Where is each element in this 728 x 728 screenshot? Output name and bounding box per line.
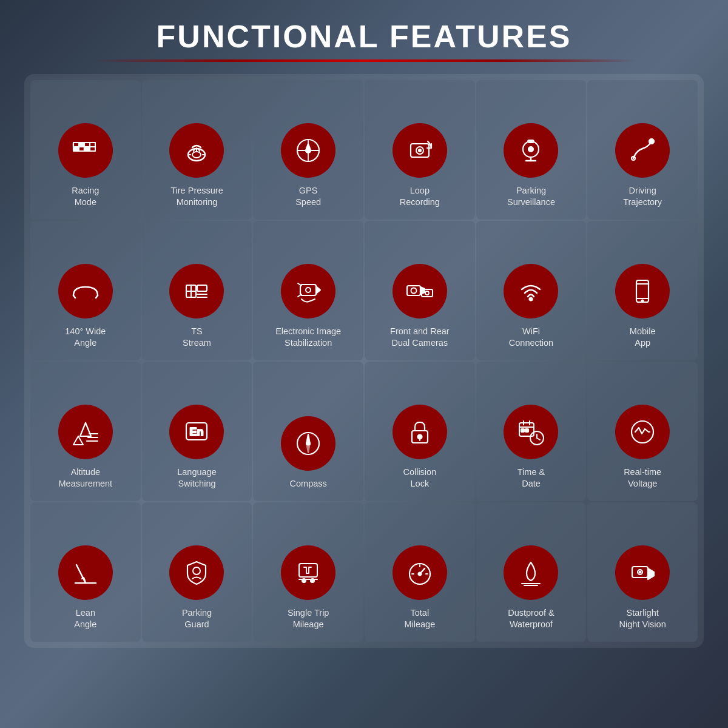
svg-point-42 (411, 288, 416, 293)
wifi-label: WiFiConnection (509, 326, 553, 349)
features-grid: RacingModeTire PressureMonitoringGPSSpee… (30, 80, 698, 642)
svg-point-10 (192, 152, 201, 158)
racing-mode-icon (58, 123, 113, 178)
svg-point-26 (649, 139, 654, 144)
feature-dual-cameras: Front and RearDual Cameras (365, 221, 475, 360)
lean-angle-label: LeanAngle (74, 607, 96, 631)
wide-angle-label: 140° WideAngle (65, 326, 106, 349)
feature-wide-angle: 140° WideAngle (30, 221, 141, 360)
feature-altitude: AltitudeMeasurement (30, 362, 141, 501)
feature-tire-pressure: Tire PressureMonitoring (142, 80, 252, 220)
collision-lock-label: CollisionLock (403, 467, 436, 490)
loop-recording-label: LoopRecording (400, 185, 440, 209)
night-vision-icon (615, 545, 670, 600)
svg-marker-91 (648, 568, 654, 579)
eis-icon (281, 264, 335, 318)
svg-line-73 (537, 438, 540, 440)
svg-marker-52 (73, 436, 83, 445)
feature-dustproof: Dustproof &Waterproof (476, 502, 587, 642)
parking-guard-icon (169, 545, 224, 600)
dual-cameras-label: Front and RearDual Cameras (390, 326, 450, 349)
svg-point-38 (306, 288, 311, 292)
feature-time-date: Time &Date (476, 362, 587, 501)
total-mileage-label: TotalMileage (404, 607, 435, 631)
ts-stream-label: TSStream (183, 326, 211, 349)
feature-language: EnLanguageSwitching (142, 362, 252, 501)
voltage-label: Real-timeVoltage (624, 467, 661, 490)
driving-trajectory-icon (615, 123, 670, 178)
time-date-label: Time &Date (517, 467, 545, 490)
tire-pressure-icon (169, 123, 224, 178)
feature-compass: Compass (253, 362, 363, 501)
header-underline (92, 59, 636, 62)
svg-point-46 (530, 297, 533, 300)
features-grid-container: RacingModeTire PressureMonitoringGPSSpee… (24, 74, 704, 648)
compass-icon (281, 416, 335, 471)
svg-point-61 (307, 442, 310, 445)
loop-recording-icon (393, 123, 447, 178)
gps-speed-icon (281, 123, 335, 178)
feature-voltage: Real-timeVoltage (587, 362, 698, 501)
dual-cameras-icon (393, 264, 447, 318)
svg-rect-4 (84, 147, 90, 151)
time-date-icon (504, 405, 558, 459)
dustproof-label: Dustproof &Waterproof (508, 607, 554, 631)
svg-rect-78 (299, 564, 317, 577)
altitude-label: AltitudeMeasurement (59, 467, 113, 490)
svg-point-81 (311, 579, 314, 582)
svg-rect-36 (300, 285, 316, 295)
feature-loop-recording: LoopRecording (365, 80, 475, 220)
svg-point-93 (639, 571, 641, 573)
gps-speed-label: GPSSpeed (295, 185, 321, 209)
voltage-icon (615, 405, 670, 459)
svg-marker-37 (316, 286, 320, 294)
feature-collision-lock: CollisionLock (365, 362, 475, 501)
svg-line-29 (96, 295, 98, 298)
svg-point-50 (642, 300, 644, 302)
svg-line-76 (76, 565, 86, 583)
page-title: FUNCTIONAL FEATURES (24, 18, 704, 55)
compass-label: Compass (290, 478, 327, 490)
svg-rect-41 (407, 286, 420, 295)
feature-night-vision: StarlightNight Vision (587, 502, 698, 642)
night-vision-label: StarlightNight Vision (619, 607, 666, 631)
svg-point-77 (193, 567, 200, 575)
tire-pressure-label: Tire PressureMonitoring (170, 185, 223, 209)
mobile-app-icon (615, 264, 670, 318)
feature-parking-guard: ParkingGuard (142, 502, 252, 642)
svg-rect-33 (197, 285, 207, 291)
parking-surveillance-icon (504, 123, 558, 178)
single-mileage-icon (281, 545, 335, 600)
feature-total-mileage: TotalMileage (365, 502, 475, 642)
single-mileage-label: Single TripMileage (288, 607, 329, 631)
main-container: FUNCTIONAL FEATURES RacingModeTire Press… (0, 0, 728, 666)
wide-angle-icon (58, 264, 113, 318)
header: FUNCTIONAL FEATURES (24, 18, 704, 62)
parking-surveillance-label: ParkingSurveillance (507, 185, 555, 209)
wifi-icon (504, 264, 558, 318)
altitude-icon (58, 405, 113, 459)
feature-wifi: WiFiConnection (476, 221, 587, 360)
svg-line-28 (73, 295, 75, 298)
feature-single-mileage: Single TripMileage (253, 502, 363, 642)
language-icon: En (169, 405, 224, 459)
collision-lock-icon (393, 405, 447, 459)
feature-racing-mode: RacingMode (30, 80, 141, 220)
feature-mobile-app: MobileApp (587, 221, 698, 360)
ts-stream-icon (169, 264, 224, 318)
feature-lean-angle: LeanAngle (30, 502, 141, 642)
lean-angle-icon (58, 545, 113, 600)
svg-rect-70 (525, 429, 528, 432)
dustproof-icon (504, 545, 558, 600)
feature-ts-stream: TSStream (142, 221, 252, 360)
svg-point-84 (418, 572, 421, 575)
mobile-app-label: MobileApp (630, 326, 656, 349)
svg-point-20 (419, 149, 421, 152)
driving-trajectory-label: DrivingTrajectory (623, 185, 662, 209)
feature-parking-surveillance: ParkingSurveillance (476, 80, 587, 220)
racing-mode-label: RacingMode (72, 185, 99, 209)
svg-point-45 (425, 291, 429, 295)
feature-eis: Electronic ImageStabilization (253, 221, 363, 360)
language-label: LanguageSwitching (177, 467, 217, 490)
feature-driving-trajectory: DrivingTrajectory (587, 80, 698, 220)
